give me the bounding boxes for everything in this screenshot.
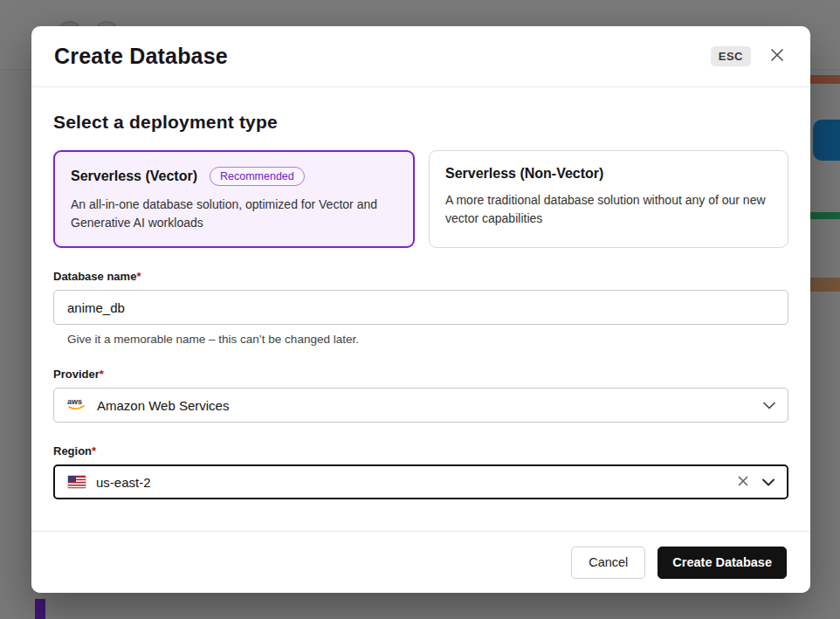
database-name-input[interactable] [53, 290, 788, 325]
close-icon [768, 46, 786, 66]
field-label-text: Provider [53, 368, 100, 381]
chevron-down-icon [763, 397, 775, 413]
region-value: us-east-2 [96, 475, 151, 490]
option-title: Serverless (Vector) [71, 169, 197, 184]
close-button[interactable] [767, 45, 788, 68]
create-database-modal: Create Database ESC Select a deployment … [31, 26, 810, 593]
modal-header: Create Database ESC [31, 26, 810, 87]
modal-body: Select a deployment type Serverless (Vec… [31, 87, 810, 499]
clear-icon [737, 475, 749, 490]
option-title-row: Serverless (Non-Vector) [445, 166, 772, 182]
recommended-badge: Recommended [210, 167, 305, 186]
deployment-type-options: Serverless (Vector) Recommended An all-i… [53, 150, 788, 248]
required-marker: * [100, 368, 104, 381]
aws-icon: aws [66, 395, 87, 415]
option-description: An all-in-one database solution, optimiz… [71, 196, 396, 231]
required-marker: * [92, 444, 96, 457]
create-database-button[interactable]: Create Database [658, 547, 787, 579]
provider-value: Amazon Web Services [97, 398, 229, 413]
database-name-label: Database name* [53, 270, 788, 283]
cancel-button[interactable]: Cancel [571, 547, 645, 579]
chevron-down-icon [762, 474, 775, 490]
database-name-helper: Give it a memorable name – this can’t be… [67, 333, 788, 346]
region-select[interactable]: us-east-2 [53, 464, 788, 499]
option-title: Serverless (Non-Vector) [445, 166, 603, 182]
modal-header-actions: ESC [711, 45, 788, 68]
field-label-text: Region [53, 444, 92, 457]
modal-footer: Cancel Create Database [31, 531, 810, 593]
provider-label: Provider* [53, 368, 788, 381]
option-serverless-non-vector[interactable]: Serverless (Non-Vector) A more tradition… [429, 150, 788, 248]
required-marker: * [136, 270, 141, 283]
modal-title: Create Database [54, 44, 228, 69]
option-description: A more traditional database solution wit… [445, 191, 772, 227]
select-actions [737, 474, 775, 490]
option-serverless-vector[interactable]: Serverless (Vector) Recommended An all-i… [53, 150, 415, 248]
provider-select[interactable]: aws Amazon Web Services [53, 388, 788, 423]
field-label-text: Database name [53, 270, 136, 283]
deployment-type-heading: Select a deployment type [53, 112, 788, 133]
esc-key-hint: ESC [711, 46, 751, 66]
region-label: Region* [53, 444, 788, 457]
us-flag-icon [67, 475, 86, 489]
svg-text:aws: aws [67, 397, 82, 406]
option-title-row: Serverless (Vector) Recommended [71, 167, 397, 186]
clear-selection-button[interactable] [737, 475, 749, 490]
select-actions [763, 397, 775, 413]
